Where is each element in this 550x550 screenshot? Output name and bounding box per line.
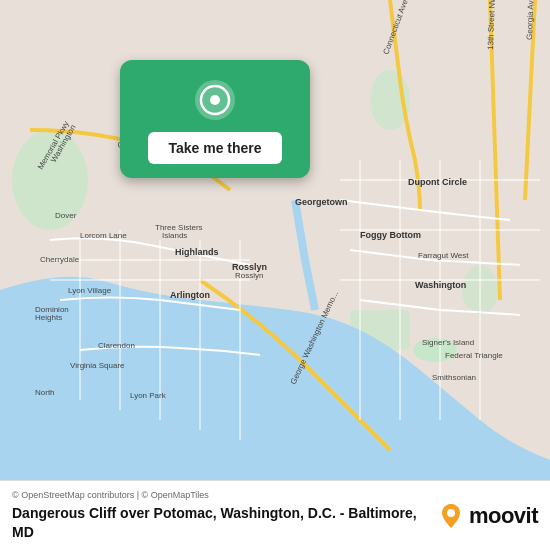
svg-text:Cherrydale: Cherrydale: [40, 255, 80, 264]
svg-text:Lyon Village: Lyon Village: [68, 286, 112, 295]
svg-text:Clarendon: Clarendon: [98, 341, 135, 350]
svg-text:Georgia Ave: Georgia Ave: [525, 0, 536, 40]
svg-point-39: [210, 95, 220, 105]
moovit-logo: moovit: [437, 502, 538, 530]
svg-text:Lorcom Lane: Lorcom Lane: [80, 231, 127, 240]
callout-card: Take me there: [120, 60, 310, 178]
attribution-text: © OpenStreetMap contributors | © OpenMap…: [12, 490, 425, 500]
svg-text:Dupont Circle: Dupont Circle: [408, 177, 467, 187]
location-pin-icon: [193, 78, 237, 122]
moovit-pin-icon: [437, 502, 465, 530]
svg-text:Arlington: Arlington: [170, 290, 210, 300]
info-bar: © OpenStreetMap contributors | © OpenMap…: [0, 480, 550, 550]
svg-text:Farragut West: Farragut West: [418, 251, 469, 260]
svg-text:Dover: Dover: [55, 211, 77, 220]
svg-text:Washington: Washington: [415, 280, 466, 290]
svg-text:Lyon Park: Lyon Park: [130, 391, 167, 400]
svg-text:Heights: Heights: [35, 313, 62, 322]
svg-text:Rosslyn: Rosslyn: [235, 271, 263, 280]
svg-text:Signer's Island: Signer's Island: [422, 338, 474, 347]
svg-text:Georgetown: Georgetown: [295, 197, 348, 207]
map-container: Georgetown Dupont Circle Foggy Bottom Wa…: [0, 0, 550, 480]
svg-text:Virginia Square: Virginia Square: [70, 361, 125, 370]
destination-title: Dangerous Cliff over Potomac, Washington…: [12, 504, 425, 540]
svg-point-40: [447, 509, 455, 517]
svg-text:Islands: Islands: [162, 231, 187, 240]
svg-text:Federal Triangle: Federal Triangle: [445, 351, 503, 360]
info-text-block: © OpenStreetMap contributors | © OpenMap…: [12, 490, 425, 540]
svg-text:Smithsonian: Smithsonian: [432, 373, 476, 382]
svg-text:Highlands: Highlands: [175, 247, 219, 257]
svg-text:North: North: [35, 388, 55, 397]
svg-text:Foggy Bottom: Foggy Bottom: [360, 230, 421, 240]
moovit-brand-text: moovit: [469, 503, 538, 529]
take-me-there-button[interactable]: Take me there: [148, 132, 281, 164]
